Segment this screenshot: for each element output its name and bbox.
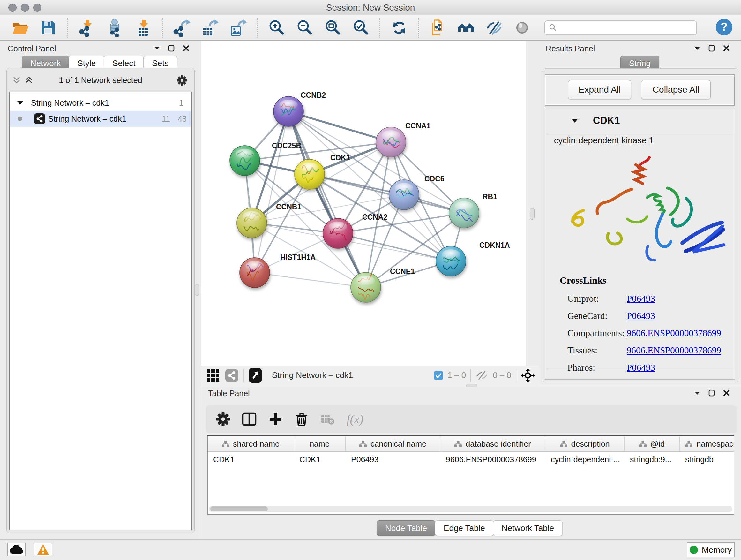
clone-network-icon[interactable] bbox=[428, 18, 447, 37]
hide-panel-icon[interactable] bbox=[485, 18, 503, 37]
table-cell[interactable]: cyclin-dependent ... bbox=[545, 452, 624, 467]
tab-node-table[interactable]: Node Table bbox=[377, 520, 435, 536]
close-panel-icon[interactable] bbox=[183, 45, 189, 51]
delete-table-icon[interactable] bbox=[320, 412, 335, 427]
table-cell[interactable]: 9606.ENSP00000378699 bbox=[441, 452, 545, 467]
results-splitter[interactable] bbox=[526, 41, 540, 366]
refresh-icon[interactable] bbox=[390, 18, 408, 37]
table-cell[interactable]: stringdb bbox=[680, 452, 734, 467]
selected-checkbox-icon[interactable] bbox=[434, 371, 443, 380]
zoom-selected-icon[interactable] bbox=[351, 18, 370, 37]
node-table: shared namenamecanonical namedatabase id… bbox=[207, 435, 734, 515]
crosslink-link[interactable]: 9606.ENSP00000378699 bbox=[627, 328, 721, 338]
results-splitter-handle[interactable] bbox=[530, 208, 535, 220]
scrollbar-thumb[interactable] bbox=[210, 506, 268, 511]
maximize-panel-icon[interactable] bbox=[709, 45, 715, 52]
memory-button[interactable]: Memory bbox=[687, 542, 735, 557]
zoom-fit-icon[interactable] bbox=[323, 18, 342, 37]
network-node-CDC25B[interactable] bbox=[230, 145, 260, 176]
memory-label: Memory bbox=[702, 545, 732, 555]
eye-icon[interactable] bbox=[513, 18, 531, 37]
close-panel-icon[interactable] bbox=[723, 390, 730, 396]
table-settings-gear-icon[interactable] bbox=[216, 412, 230, 427]
show-columns-icon[interactable] bbox=[242, 412, 257, 427]
table-cell[interactable]: CDK1 bbox=[208, 452, 294, 467]
column-header-namespace[interactable]: namespace bbox=[680, 436, 734, 451]
import-network-file-icon[interactable] bbox=[77, 18, 96, 37]
network-node-RB1[interactable] bbox=[449, 198, 479, 228]
crosslink-link[interactable]: P06493 bbox=[627, 311, 655, 321]
column-header-canonical-name[interactable]: canonical name bbox=[346, 436, 441, 451]
network-edge[interactable] bbox=[288, 111, 391, 142]
close-panel-icon[interactable] bbox=[723, 45, 730, 51]
table-row[interactable]: CDK1CDK1P064939606.ENSP00000378699cyclin… bbox=[208, 452, 734, 467]
warnings-button[interactable] bbox=[34, 543, 52, 556]
table-cell[interactable]: stringdb:9... bbox=[624, 452, 680, 467]
control-splitter-handle[interactable] bbox=[195, 284, 199, 296]
crosshair-move-icon[interactable] bbox=[521, 368, 535, 382]
float-panel-icon[interactable] bbox=[154, 46, 160, 50]
network-node-CDKN1A[interactable] bbox=[436, 246, 466, 276]
collection-expander-icon[interactable] bbox=[17, 101, 23, 105]
crosslink-link[interactable]: P06493 bbox=[627, 294, 655, 304]
crosslink-link[interactable]: 9606.ENSP00000378699 bbox=[627, 345, 721, 356]
float-panel-icon[interactable] bbox=[694, 391, 700, 395]
export-network-icon[interactable] bbox=[172, 18, 191, 37]
birdseye-grid-icon[interactable] bbox=[206, 368, 220, 382]
expand-all-button[interactable]: Expand All bbox=[568, 80, 631, 99]
export-image-icon[interactable] bbox=[228, 18, 247, 37]
open-in-window-icon[interactable] bbox=[249, 368, 262, 383]
automation-cloud-button[interactable] bbox=[7, 543, 25, 556]
string-badge-icon[interactable] bbox=[225, 369, 238, 382]
column-header-description[interactable]: description bbox=[545, 436, 624, 451]
hidden-eye-slash-icon[interactable] bbox=[475, 371, 488, 380]
network-node-CCNA2[interactable] bbox=[323, 219, 353, 248]
open-session-icon[interactable] bbox=[11, 18, 29, 37]
network-node-CCNB1[interactable] bbox=[237, 208, 267, 238]
column-header-name[interactable]: name bbox=[294, 436, 346, 451]
zoom-out-icon[interactable] bbox=[295, 18, 314, 37]
save-session-icon[interactable] bbox=[39, 18, 57, 37]
home-icon[interactable] bbox=[457, 18, 475, 37]
import-network-database-icon[interactable] bbox=[106, 18, 124, 37]
tab-network-table[interactable]: Network Table bbox=[493, 520, 562, 536]
network-collection-row[interactable]: String Network – cdk1 1 bbox=[10, 95, 191, 111]
node-label-CCNE1: CCNE1 bbox=[390, 267, 415, 275]
crosslink-link[interactable]: P06493 bbox=[627, 362, 655, 373]
float-panel-icon[interactable] bbox=[694, 46, 700, 50]
collapse-all-button[interactable]: Collapse All bbox=[641, 80, 711, 99]
network-edge[interactable] bbox=[255, 111, 288, 273]
horizontal-scrollbar[interactable] bbox=[209, 506, 732, 512]
network-node-HIST1H1A[interactable] bbox=[240, 258, 270, 288]
search-input[interactable] bbox=[544, 20, 697, 35]
network-node-CCNE1[interactable] bbox=[351, 272, 381, 302]
gene-expander-icon[interactable] bbox=[571, 118, 578, 123]
node-label-CCNA1: CCNA1 bbox=[405, 122, 430, 130]
title-bar: Session: New Session bbox=[0, 0, 741, 15]
column-header-@id[interactable]: @id bbox=[624, 436, 680, 451]
network-node-CCNB2[interactable] bbox=[273, 97, 304, 126]
network-node-CDK1[interactable] bbox=[294, 159, 325, 189]
gear-icon[interactable] bbox=[177, 75, 187, 86]
gene-section: CDK1 cyclin-dependent kinase 1 bbox=[545, 108, 735, 380]
node-label-CCNB2: CCNB2 bbox=[300, 91, 326, 99]
network-node-CCNA1[interactable] bbox=[376, 127, 406, 157]
column-header-shared-name[interactable]: shared name bbox=[208, 436, 294, 451]
tab-edge-table[interactable]: Edge Table bbox=[435, 520, 494, 536]
network-node-CDC6[interactable] bbox=[389, 180, 419, 210]
help-icon[interactable]: ? bbox=[716, 18, 733, 37]
table-cell[interactable]: CDK1 bbox=[294, 452, 346, 467]
export-table-icon[interactable] bbox=[200, 18, 219, 37]
column-header-database-identifier[interactable]: database identifier bbox=[441, 436, 545, 451]
import-table-icon[interactable] bbox=[134, 18, 152, 37]
zoom-in-icon[interactable] bbox=[267, 18, 286, 37]
network-list-header: 1 of 1 Network selected bbox=[7, 71, 194, 89]
network-canvas[interactable]: CCNB2CCNA1CDC25BCDK1CDC6RB1CCNB1CCNA2CDK… bbox=[201, 41, 526, 366]
table-cell[interactable]: P06493 bbox=[346, 452, 441, 467]
network-edge[interactable] bbox=[255, 273, 366, 287]
maximize-panel-icon[interactable] bbox=[168, 45, 175, 52]
maximize-panel-icon[interactable] bbox=[709, 389, 715, 396]
add-column-icon[interactable] bbox=[268, 412, 283, 427]
delete-column-icon[interactable] bbox=[294, 412, 309, 427]
network-row-selected[interactable]: String Network – cdk1 11 48 bbox=[10, 111, 191, 127]
